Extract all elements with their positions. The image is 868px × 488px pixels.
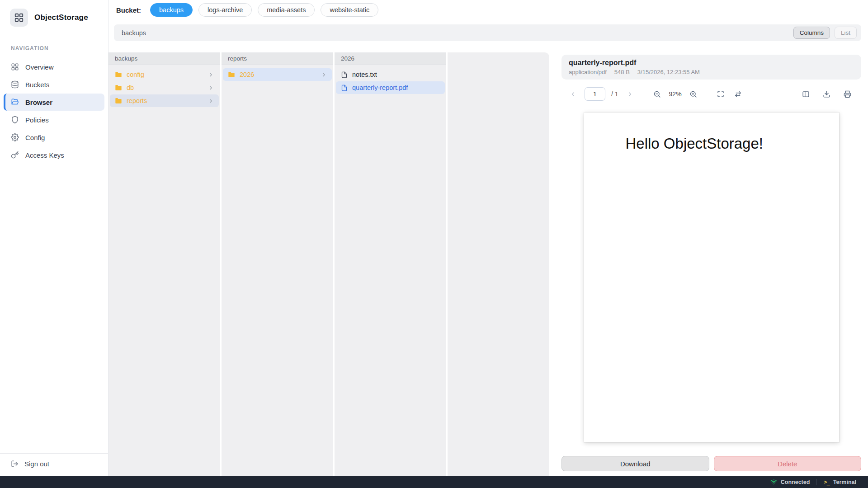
- next-page-button[interactable]: [624, 88, 636, 100]
- file-preview-panel: quarterly-report.pdf application/pdf 548…: [561, 52, 861, 476]
- list-view-button[interactable]: List: [835, 27, 857, 39]
- pdf-page-text: Hello ObjectStorage!: [626, 135, 764, 152]
- zoom-out-button[interactable]: [651, 88, 663, 100]
- pdf-toolbar-right: [800, 88, 857, 100]
- main-area: Bucket: backups logs-archive media-asset…: [108, 0, 868, 476]
- preview-metadata: application/pdf 548 B 3/15/2026, 12:23:5…: [569, 69, 854, 76]
- status-divider: [816, 479, 817, 485]
- folder-icon: [115, 97, 122, 104]
- bucket-pill-backups[interactable]: backups: [150, 3, 193, 17]
- terminal-toggle[interactable]: >_ Terminal: [824, 479, 856, 485]
- terminal-prompt-icon: >_: [824, 479, 829, 485]
- file-name: quarterly-report.pdf: [352, 84, 408, 91]
- folder-open-icon: [11, 98, 19, 106]
- toggle-sidebar-panel-button[interactable]: [800, 88, 811, 100]
- page-number-input[interactable]: [585, 87, 605, 101]
- connection-status: Connected: [770, 479, 810, 485]
- file-name: notes.txt: [352, 71, 377, 78]
- log-out-icon: [11, 460, 19, 468]
- column-2026: 2026 notes.txt: [335, 52, 448, 476]
- app-logo-row: ObjectStorage: [0, 0, 108, 35]
- chevron-right-icon: [321, 72, 327, 78]
- folder-row-reports[interactable]: reports: [110, 94, 219, 107]
- file-row-quarterly-report-pdf[interactable]: quarterly-report.pdf: [336, 81, 445, 94]
- folder-row-2026[interactable]: 2026: [223, 68, 332, 81]
- preview-file-name: quarterly-report.pdf: [569, 58, 854, 67]
- fit-width-button[interactable]: [732, 88, 744, 100]
- print-button[interactable]: [841, 88, 853, 100]
- pdf-toolbar: / 1 92%: [561, 85, 861, 103]
- download-icon-button[interactable]: [821, 88, 832, 100]
- file-size: 548 B: [614, 69, 630, 76]
- column-backups: backups config: [108, 52, 222, 476]
- column-header: backups: [108, 52, 220, 65]
- preview-header: quarterly-report.pdf application/pdf 548…: [561, 55, 861, 80]
- path-bar: backups Columns List: [114, 24, 861, 41]
- wifi-icon: [770, 479, 777, 485]
- folder-name: reports: [127, 97, 147, 104]
- nav-section-label: NAVIGATION: [0, 45, 108, 52]
- grid-icon: [11, 63, 19, 71]
- column-body: notes.txt quarterly-report.pdf: [335, 65, 446, 94]
- pdf-viewer: Hello ObjectStorage!: [561, 103, 861, 450]
- sidebar-item-config[interactable]: Config: [4, 129, 104, 146]
- folder-name: config: [127, 71, 144, 78]
- folder-icon: [115, 71, 122, 78]
- zoom-level-label: 92%: [669, 90, 682, 98]
- folder-name: 2026: [240, 71, 254, 78]
- chevron-right-icon: [208, 72, 214, 78]
- modified-timestamp: 3/15/2026, 12:23:55 AM: [637, 69, 700, 76]
- file-row-notes-txt[interactable]: notes.txt: [336, 68, 445, 81]
- sidebar-nav: NAVIGATION Overview: [0, 35, 108, 164]
- file-icon: [341, 84, 348, 91]
- bucket-pill-website-static[interactable]: website-static: [321, 3, 378, 17]
- columns-view-button[interactable]: Columns: [793, 27, 830, 39]
- column-header: 2026: [335, 52, 446, 65]
- sidebar-item-overview[interactable]: Overview: [4, 58, 104, 75]
- column-reports: reports 2026: [222, 52, 335, 476]
- folder-row-config[interactable]: config: [110, 68, 219, 81]
- database-icon: [11, 80, 19, 89]
- terminal-label: Terminal: [833, 479, 856, 485]
- sidebar-item-label: Buckets: [25, 81, 49, 89]
- bucket-pill-logs-archive[interactable]: logs-archive: [198, 3, 252, 17]
- zoom-in-button[interactable]: [688, 88, 699, 100]
- prev-page-button[interactable]: [567, 88, 579, 100]
- sign-out-button[interactable]: Sign out: [11, 460, 97, 468]
- download-button[interactable]: Download: [561, 456, 709, 471]
- status-bar: Connected >_ Terminal: [0, 476, 868, 488]
- bucket-label: Bucket:: [116, 6, 141, 14]
- gear-icon: [11, 133, 19, 141]
- bucket-pill-media-assets[interactable]: media-assets: [258, 3, 315, 17]
- miller-columns: backups config: [108, 52, 549, 476]
- content-area: backups config: [108, 52, 868, 476]
- app-logo: [10, 9, 28, 27]
- sidebar: ObjectStorage NAVIGATION Overview: [0, 0, 108, 476]
- column-body: config db: [108, 65, 220, 108]
- delete-button[interactable]: Delete: [714, 456, 862, 471]
- sidebar-item-label: Policies: [25, 116, 49, 124]
- sidebar-footer: Sign out: [0, 453, 108, 476]
- chevron-right-icon: [208, 85, 214, 91]
- column-empty: [448, 52, 549, 476]
- breadcrumb: backups: [122, 29, 146, 37]
- page-count-label: / 1: [611, 90, 618, 98]
- connection-status-label: Connected: [781, 479, 810, 485]
- folder-name: db: [127, 84, 134, 91]
- file-icon: [341, 71, 348, 78]
- app-window: ObjectStorage NAVIGATION Overview: [0, 0, 868, 476]
- folder-row-db[interactable]: db: [110, 81, 219, 94]
- sidebar-item-policies[interactable]: Policies: [4, 111, 104, 128]
- sidebar-item-buckets[interactable]: Buckets: [4, 76, 104, 93]
- shield-icon: [11, 116, 19, 124]
- folder-icon: [228, 71, 235, 78]
- content-type: application/pdf: [569, 69, 607, 76]
- sidebar-item-label: Overview: [25, 63, 54, 71]
- sidebar-item-access-keys[interactable]: Access Keys: [4, 146, 104, 164]
- fullscreen-button[interactable]: [715, 88, 726, 100]
- sidebar-item-label: Config: [25, 134, 45, 141]
- sidebar-item-browser[interactable]: Browser: [4, 94, 104, 111]
- grid-logo-icon: [14, 13, 24, 23]
- column-header: reports: [222, 52, 333, 65]
- app-title: ObjectStorage: [34, 13, 88, 22]
